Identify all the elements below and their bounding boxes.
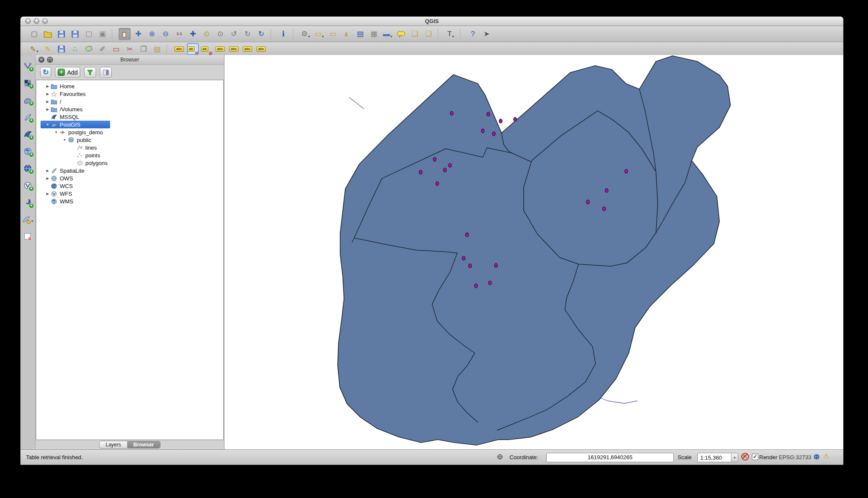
tree-item-lines[interactable]: lines [36, 144, 223, 151]
tab-layers[interactable]: Layers [99, 441, 127, 449]
open-attribute-table-button[interactable]: ▤ [354, 28, 366, 40]
expander-down-icon[interactable]: ▼ [53, 130, 59, 134]
zoom-to-layer-button[interactable]: ⊙ [214, 28, 226, 40]
tree-item-ows[interactable]: ▶OWS [36, 174, 223, 182]
crs-projection-icon[interactable] [812, 453, 821, 460]
messages-warning-icon[interactable]: ⚠ [822, 452, 830, 460]
whats-this-button[interactable]: ➤ [481, 28, 492, 40]
save-project-as-button[interactable] [69, 28, 81, 40]
copy-features-button[interactable]: ❐ [137, 43, 149, 55]
zoom-window-button[interactable] [42, 18, 48, 24]
expander-right-icon[interactable]: ▶ [45, 84, 50, 88]
minimize-window-button[interactable] [34, 18, 39, 24]
coordinate-input[interactable]: 1619291,6940265 [546, 453, 674, 462]
new-bookmark-button[interactable]: ❏ [409, 28, 421, 40]
dropdown-arrow-icon[interactable]: ▾ [390, 35, 392, 40]
add-oracle-layer-button[interactable]: + [22, 197, 33, 208]
zoom-in-button[interactable]: ⊕ [146, 28, 158, 40]
label-pin-button[interactable]: ab [187, 43, 199, 55]
text-annotation-button[interactable]: T▾ [445, 28, 457, 40]
float-panel-icon[interactable]: ❐ [47, 57, 53, 63]
tree-item-wfs[interactable]: ▶WFS [36, 190, 223, 197]
map-annotation-button[interactable] [395, 28, 407, 40]
save-layer-edits-button[interactable] [55, 43, 67, 55]
add-postgis-layer-button[interactable]: + [22, 95, 33, 105]
expander-right-icon[interactable]: ▶ [45, 100, 50, 104]
expander-down-icon[interactable]: ▼ [45, 123, 50, 127]
add-polygon-feature-button[interactable] [83, 43, 95, 55]
add-mssql-layer-button[interactable]: + [22, 129, 33, 139]
tree-item--[interactable]: ▶/ [36, 98, 223, 105]
label-pin-unpin-button[interactable]: ab [201, 43, 213, 55]
node-tool-button[interactable]: ✐ [96, 43, 108, 55]
expander-right-icon[interactable]: ▶ [45, 192, 50, 196]
dropdown-arrow-icon[interactable]: ▾ [322, 35, 324, 40]
tree-item-public[interactable]: ▼public [36, 136, 223, 144]
expander-right-icon[interactable]: ▶ [45, 92, 50, 96]
deselect-features-button[interactable]: ▭ [327, 28, 339, 40]
toggle-editing-button[interactable]: ✎ [42, 43, 54, 55]
mouse-position-icon[interactable] [495, 453, 504, 460]
delete-selected-button[interactable]: ▭ [110, 43, 122, 55]
measure-button[interactable]: ▬▾ [382, 28, 393, 40]
tree-item-postgis[interactable]: ▼PostGIS [36, 121, 223, 128]
new-print-composer-button[interactable]: ▢ [83, 28, 95, 40]
show-bookmarks-button[interactable]: ❏ [422, 28, 434, 40]
statistical-summary-button[interactable]: ▦ [368, 28, 380, 40]
zoom-next-button[interactable]: ↻ [242, 28, 253, 40]
add-raster-layer-button[interactable]: + [22, 78, 33, 88]
remove-layer-button[interactable] [22, 232, 33, 242]
filter-browser-button[interactable] [84, 67, 96, 78]
add-selected-layers-button[interactable]: + Add [55, 67, 80, 78]
tree-item--volumes[interactable]: ▶/Volumes [36, 105, 223, 113]
tree-item-spatialite[interactable]: ▶SpatiaLite [36, 167, 223, 174]
add-vector-layer-button[interactable]: + [22, 61, 33, 71]
tree-item-mssql[interactable]: MSSQL [36, 113, 223, 121]
select-features-button[interactable]: ▭▾ [313, 28, 325, 40]
map-canvas[interactable] [224, 55, 843, 450]
refresh-map-button[interactable]: ↻ [255, 28, 267, 40]
collapse-all-button[interactable] [100, 67, 112, 78]
save-project-button[interactable] [55, 28, 67, 40]
dropdown-arrow-icon[interactable]: ▾ [37, 49, 38, 55]
add-wms-layer-button[interactable]: + [22, 146, 33, 156]
close-window-button[interactable] [25, 18, 31, 24]
render-checkbox[interactable]: ✓ [752, 454, 758, 460]
composer-manager-button[interactable]: ▣ [96, 28, 108, 40]
tree-item-home[interactable]: ▶Home [36, 82, 223, 90]
label-visibility-button[interactable]: abc [214, 43, 226, 55]
tree-item-wms[interactable]: WMS [36, 197, 223, 205]
add-wcs-layer-button[interactable]: + [22, 163, 33, 174]
tree-item-favourites[interactable]: ▶Favourites [36, 90, 223, 98]
identify-features-button[interactable]: ℹ [277, 28, 289, 40]
resize-grip[interactable] [834, 456, 841, 463]
expander-right-icon[interactable]: ▶ [45, 177, 50, 180]
zoom-last-button[interactable]: ↺ [228, 28, 240, 40]
map-tips-button[interactable]: ⚙▾ [300, 28, 312, 40]
zoom-to-selection-button[interactable]: ⊙ [201, 28, 213, 40]
zoom-full-button[interactable]: ✚ [187, 28, 199, 40]
expander-down-icon[interactable]: ▼ [62, 138, 67, 142]
tree-item-points[interactable]: points [36, 151, 223, 159]
tree-item-polygons[interactable]: polygons [36, 159, 223, 167]
label-rotate-button[interactable]: abc [242, 43, 253, 55]
new-spatialite-layer-button[interactable]: ▾ [22, 214, 33, 225]
new-project-button[interactable]: ▢ [28, 28, 40, 40]
stop-rendering-icon[interactable]: ✎ [741, 453, 749, 460]
open-project-button[interactable] [42, 28, 54, 40]
title-bar[interactable]: QGIS [20, 17, 843, 26]
paste-features-button[interactable]: ▤ [151, 43, 163, 55]
add-spatialite-layer-button[interactable]: + [22, 112, 33, 122]
help-button[interactable]: ? [467, 28, 479, 40]
dropdown-arrow-icon[interactable]: ▾ [452, 35, 454, 40]
expander-right-icon[interactable]: ▶ [45, 169, 50, 173]
refresh-browser-button[interactable]: ↻ [40, 67, 51, 78]
expander-right-icon[interactable]: ▶ [45, 107, 50, 111]
zoom-native-button[interactable]: 1:1 [173, 28, 185, 40]
scale-combo[interactable]: 1:15,360 ▾ [697, 453, 738, 462]
current-edits-button[interactable]: ✎▾ [28, 43, 40, 55]
cut-features-button[interactable]: ✂ [124, 43, 136, 55]
pan-to-selection-button[interactable]: ✚ [132, 28, 144, 40]
dropdown-arrow-icon[interactable]: ▾ [308, 35, 310, 40]
label-properties-button[interactable]: abc [255, 43, 267, 55]
